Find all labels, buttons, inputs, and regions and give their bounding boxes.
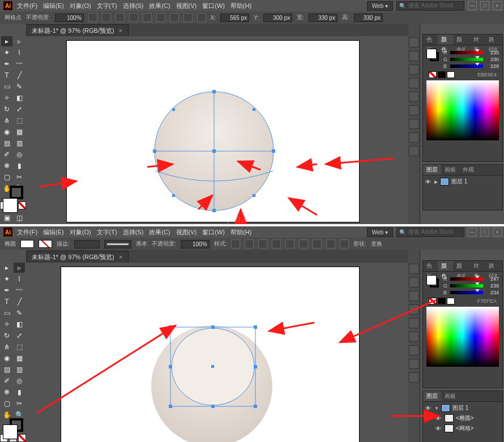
layer-row[interactable]: 👁 ▼ 图层 1 — [424, 403, 501, 413]
type-tool[interactable]: T — [1, 297, 12, 307]
width-tool[interactable]: ⋔ — [1, 115, 12, 126]
gradient-tool[interactable]: ▥ — [14, 364, 25, 375]
tab-pathfinder[interactable]: 路径# — [485, 35, 502, 45]
w-input[interactable]: 330 px — [309, 14, 338, 22]
eraser-tool[interactable]: ◧ — [14, 319, 25, 329]
symbol-sprayer-tool[interactable]: ❋ — [1, 387, 12, 397]
dock-icon[interactable] — [409, 51, 419, 61]
stroke-swatch[interactable] — [10, 186, 23, 199]
slider-r[interactable] — [450, 277, 483, 281]
tab-align[interactable]: 对齐 — [470, 35, 485, 45]
none-swatch-icon[interactable] — [429, 71, 437, 78]
ctrl-icon[interactable] — [156, 13, 165, 22]
type-tool[interactable]: T — [1, 70, 12, 80]
dock-icon[interactable] — [409, 291, 419, 301]
dock-icon[interactable] — [409, 78, 419, 88]
blend-tool[interactable]: ◎ — [14, 376, 25, 386]
ctrl-icon[interactable] — [313, 239, 322, 248]
magic-wand-tool[interactable]: ✦ — [1, 48, 12, 58]
paintbrush-tool[interactable]: ✎ — [14, 308, 25, 318]
menu-edit[interactable]: 编辑(E) — [43, 228, 64, 237]
tab-layers[interactable]: 图层 — [423, 165, 441, 175]
menu-effect[interactable]: 效果(C) — [149, 2, 170, 10]
stock-search[interactable]: 🔍 搜索 Adobe Stock — [396, 228, 464, 237]
close-tab-icon[interactable]: × — [119, 27, 122, 34]
fill-mode-none[interactable] — [18, 201, 26, 209]
graph-tool[interactable]: ▮ — [14, 161, 25, 171]
canvas[interactable] — [26, 263, 409, 442]
dock-icon[interactable] — [409, 65, 419, 75]
menu-window[interactable]: 窗口(W) — [202, 2, 225, 10]
rectangle-tool[interactable]: ▭ — [1, 81, 12, 92]
ctrl-icon[interactable] — [143, 13, 152, 22]
fill-swatch[interactable] — [20, 240, 34, 248]
ctrl-icon[interactable] — [116, 13, 125, 22]
fill-mode-none[interactable] — [18, 434, 26, 442]
perspective-tool[interactable]: ▦ — [14, 127, 25, 137]
curvature-tool[interactable]: 〰 — [14, 59, 25, 69]
dock-icon[interactable] — [409, 37, 419, 48]
menu-window[interactable]: 窗口(W) — [202, 228, 225, 237]
expand-icon[interactable]: ▼ — [434, 406, 439, 411]
slider-g[interactable] — [450, 284, 483, 287]
slider-b[interactable] — [450, 65, 483, 68]
pen-tool[interactable]: ✒ — [1, 59, 12, 69]
window-close-icon[interactable]: × — [493, 228, 502, 237]
black-swatch-icon[interactable] — [438, 71, 446, 78]
ctrl-icon[interactable] — [170, 13, 179, 22]
ctrl-icon[interactable] — [285, 239, 294, 248]
sublayer-row[interactable]: 👁 <网格> — [424, 423, 501, 434]
visibility-toggle-icon[interactable]: 👁 — [424, 179, 432, 185]
slider-r[interactable] — [450, 51, 483, 54]
white-swatch-icon[interactable] — [447, 71, 455, 78]
menu-select[interactable]: 选择(S) — [123, 2, 144, 10]
none-swatch-icon[interactable] — [429, 298, 437, 304]
scale-tool[interactable]: ⤢ — [14, 331, 25, 341]
dock-icon[interactable] — [409, 92, 419, 102]
visibility-toggle-icon[interactable]: 👁 — [434, 426, 442, 432]
stroke-swatch[interactable] — [39, 240, 52, 248]
window-max-icon[interactable]: □ — [480, 228, 489, 237]
document-tab[interactable]: 未标题-1* @ 97% (RGB/预览) × — [26, 251, 129, 263]
blend-tool[interactable]: ◎ — [14, 149, 25, 160]
ctrl-icon[interactable] — [340, 239, 349, 248]
menu-select[interactable]: 选择(S) — [123, 228, 144, 237]
dock-icon[interactable] — [409, 105, 419, 115]
ctrl-icon[interactable] — [88, 13, 97, 22]
dock-icon[interactable] — [409, 345, 419, 355]
ctrl-icon[interactable] — [245, 239, 254, 248]
tab-artboards[interactable]: 画板 — [441, 391, 459, 401]
menu-file[interactable]: 文件(F) — [17, 228, 37, 237]
sublayer-name[interactable]: <椭圆> — [456, 414, 474, 422]
window-min-icon[interactable]: — — [468, 1, 477, 10]
tab-align[interactable]: 对齐 — [470, 261, 485, 271]
width-tool[interactable]: ⋔ — [1, 342, 12, 352]
stroke-profile[interactable] — [104, 240, 131, 248]
layer-name[interactable]: 图层 1 — [452, 404, 468, 412]
direct-selection-tool[interactable]: ▹ — [14, 36, 25, 46]
eyedropper-tool[interactable]: ✐ — [1, 376, 12, 386]
ctrl-icon[interactable] — [129, 13, 138, 22]
gradient-tool[interactable]: ▥ — [14, 138, 25, 148]
sublayer-name[interactable]: <网格> — [456, 424, 474, 432]
lasso-tool[interactable]: ⌇ — [14, 48, 25, 58]
dock-icon[interactable] — [409, 132, 419, 143]
mesh-tool[interactable]: ▤ — [1, 364, 12, 375]
window-min-icon[interactable]: — — [468, 228, 477, 237]
shape-builder-tool[interactable]: ◉ — [1, 127, 12, 137]
tab-pathfinder[interactable]: 路径# — [485, 261, 502, 271]
h-input[interactable]: 330 px — [354, 14, 383, 22]
ctrl-icon[interactable] — [231, 239, 240, 248]
shaper-tool[interactable]: ✧ — [1, 93, 12, 103]
menu-object[interactable]: 对象(O) — [70, 2, 91, 10]
fill-swatch[interactable] — [3, 198, 18, 213]
line-tool[interactable]: ╱ — [14, 70, 25, 80]
panel-fill-stroke[interactable] — [426, 49, 439, 61]
visibility-toggle-icon[interactable]: 👁 — [434, 415, 442, 422]
dock-icon[interactable] — [409, 332, 419, 342]
panel-fill-stroke[interactable] — [426, 275, 439, 287]
dock-icon[interactable] — [409, 359, 419, 369]
menu-edit[interactable]: 编辑(E) — [43, 2, 64, 10]
tab-color[interactable]: 颜色 — [438, 261, 452, 271]
slice-tool[interactable]: ✂ — [14, 172, 25, 182]
